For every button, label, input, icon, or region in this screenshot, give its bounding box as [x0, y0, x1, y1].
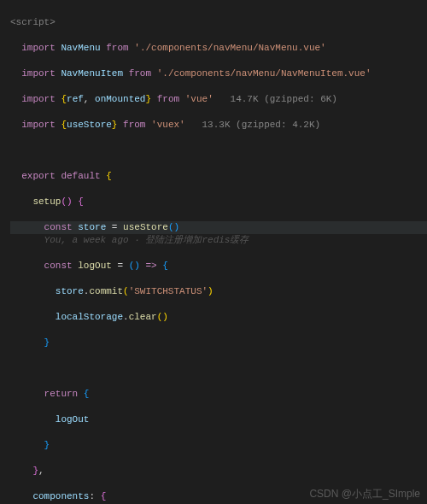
tag-script-open: <script> — [10, 17, 56, 27]
gitlens-annotation: You, a week ago · 登陆注册增加redis缓存 — [44, 235, 249, 245]
code-editor[interactable]: <script> import NavMenu from './componen… — [0, 0, 427, 504]
watermark: CSDN @小点工_SImple — [309, 488, 420, 501]
